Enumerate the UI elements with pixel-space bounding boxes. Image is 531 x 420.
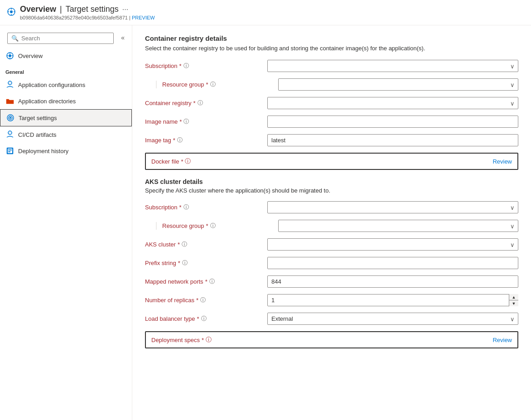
sidebar-general-section: General	[0, 64, 132, 77]
mapped-network-ports-info-icon[interactable]: ⓘ	[209, 278, 215, 285]
sidebar-item-app-configurations[interactable]: Application configurations	[0, 77, 132, 93]
image-tag-input[interactable]	[267, 134, 518, 146]
sidebar-app-configurations-label: Application configurations	[18, 82, 85, 88]
svg-point-7	[9, 54, 11, 57]
image-tag-label-text: Image tag	[145, 137, 171, 144]
aks-resource-group-row: Resource group * ⓘ ∨	[145, 220, 518, 232]
header-preview-link[interactable]: PREVIEW	[132, 15, 155, 20]
subscription-label: Subscription * ⓘ	[145, 62, 267, 70]
mapped-network-ports-label-text: Mapped network ports	[145, 278, 203, 285]
svg-point-12	[8, 81, 12, 85]
subscription-required: *	[179, 63, 182, 69]
container-registry-info-icon[interactable]: ⓘ	[198, 99, 203, 107]
aks-cluster-select-wrapper: ∨	[267, 238, 518, 251]
mapped-network-ports-input[interactable]	[267, 275, 518, 288]
aks-resource-group-label-text: Resource group	[162, 222, 204, 229]
deployment-specs-label: Deployment specs * ⓘ	[151, 336, 212, 344]
container-registry-row: Container registry * ⓘ ∨	[145, 97, 518, 109]
sidebar-item-target-settings[interactable]: Target settings	[0, 109, 132, 126]
image-name-input[interactable]	[267, 116, 518, 128]
container-registry-section: Container registry details Select the co…	[145, 34, 518, 170]
svg-rect-18	[8, 149, 12, 153]
image-tag-info-icon[interactable]: ⓘ	[177, 136, 183, 144]
spinner-up-button[interactable]: ▲	[509, 294, 518, 300]
aks-cluster-title: AKS cluster details	[145, 178, 518, 185]
subscription-info-icon[interactable]: ⓘ	[183, 62, 189, 70]
deployment-specs-required: *	[202, 337, 204, 343]
load-balancer-type-required: *	[197, 315, 199, 322]
number-spinners: ▲ ▼	[509, 294, 518, 306]
search-input[interactable]	[21, 35, 110, 42]
subscription-select[interactable]	[267, 60, 518, 72]
number-of-replicas-input[interactable]	[267, 294, 518, 306]
image-tag-required: *	[173, 137, 175, 144]
aks-cluster-label: AKS cluster * ⓘ	[145, 241, 267, 248]
prefix-string-label: Prefix string * ⓘ	[145, 259, 267, 267]
docker-file-review-link[interactable]: Review	[492, 158, 512, 165]
aks-resource-group-select-wrapper: ∨	[278, 220, 518, 232]
target-settings-icon	[6, 113, 15, 122]
number-of-replicas-label-text: Number of replicas	[145, 297, 194, 304]
spinner-down-button[interactable]: ▼	[509, 300, 518, 306]
number-of-replicas-info-icon[interactable]: ⓘ	[200, 296, 206, 304]
content-area: Container registry details Select the co…	[132, 25, 531, 420]
aks-subscription-required: *	[179, 204, 182, 211]
prefix-string-input[interactable]	[267, 257, 518, 269]
load-balancer-type-select[interactable]: External Internal	[267, 313, 518, 325]
svg-rect-20	[8, 151, 10, 152]
sidebar-item-app-directories[interactable]: Application directories	[0, 93, 132, 109]
overview-icon	[5, 51, 14, 60]
deployment-specs-label-text: Deployment specs	[151, 337, 200, 343]
aks-subscription-info-icon[interactable]: ⓘ	[183, 203, 189, 211]
aks-resource-group-required: *	[206, 222, 208, 229]
deployment-specs-review-link[interactable]: Review	[492, 337, 512, 343]
docker-file-box: Docker file * ⓘ Review	[145, 153, 518, 170]
aks-cluster-select[interactable]	[267, 238, 518, 251]
sidebar-item-overview[interactable]: Overview	[0, 48, 132, 64]
sidebar-item-cicd-artifacts[interactable]: CI/CD artifacts	[0, 126, 132, 143]
number-of-replicas-row: Number of replicas * ⓘ ▲ ▼	[145, 294, 518, 306]
image-tag-label: Image tag * ⓘ	[145, 136, 267, 144]
load-balancer-type-info-icon[interactable]: ⓘ	[201, 315, 207, 323]
header-title-block: Overview | Target settings ··· b09806da6…	[20, 5, 155, 20]
aks-subscription-row: Subscription * ⓘ ∨	[145, 201, 518, 213]
prefix-string-info-icon[interactable]: ⓘ	[182, 259, 188, 267]
subscription-select-wrapper: ∨	[267, 60, 518, 72]
container-registry-required: *	[193, 100, 196, 106]
container-registry-select[interactable]	[267, 97, 518, 109]
load-balancer-type-select-wrapper: External Internal ∨	[267, 313, 518, 325]
mapped-network-ports-label: Mapped network ports * ⓘ	[145, 278, 267, 285]
sidebar-collapse-button[interactable]: «	[117, 32, 128, 43]
docker-file-label: Docker file * ⓘ	[151, 157, 191, 165]
docker-file-required: *	[181, 158, 183, 165]
docker-file-info-icon[interactable]: ⓘ	[185, 157, 191, 165]
aks-resource-group-select[interactable]	[278, 220, 518, 232]
aks-resource-group-info-icon[interactable]: ⓘ	[210, 222, 216, 230]
image-name-info-icon[interactable]: ⓘ	[183, 118, 189, 126]
load-balancer-type-row: Load balancer type * ⓘ External Internal…	[145, 313, 518, 325]
aks-cluster-required: *	[178, 241, 180, 248]
aks-cluster-label-text: AKS cluster	[145, 241, 176, 248]
resource-group-info-icon[interactable]: ⓘ	[210, 81, 216, 88]
header-meta: b09806da640638a295278e040c9b6503afef5871…	[20, 15, 155, 20]
resource-group-select[interactable]	[278, 78, 518, 91]
number-of-replicas-wrapper: ▲ ▼	[267, 294, 518, 306]
header-page-title: Target settings	[66, 5, 119, 14]
svg-rect-19	[8, 150, 12, 150]
number-of-replicas-required: *	[196, 297, 198, 304]
aks-subscription-select[interactable]	[267, 201, 518, 213]
sidebar-item-deployment-history[interactable]: Deployment history	[0, 143, 132, 159]
container-registry-desc: Select the container registry to be used…	[145, 45, 518, 52]
sidebar-overview-label: Overview	[18, 53, 43, 59]
image-name-required: *	[179, 118, 182, 125]
sidebar: 🔍 « Overview General	[0, 25, 132, 420]
header: Overview | Target settings ··· b09806da6…	[0, 0, 531, 25]
header-more-options[interactable]: ···	[122, 5, 128, 14]
header-separator: |	[60, 5, 62, 14]
aks-cluster-info-icon[interactable]: ⓘ	[182, 241, 187, 248]
mapped-network-ports-row: Mapped network ports * ⓘ	[145, 275, 518, 288]
deployment-specs-info-icon[interactable]: ⓘ	[206, 336, 212, 344]
number-of-replicas-label: Number of replicas * ⓘ	[145, 296, 267, 304]
deployment-specs-box: Deployment specs * ⓘ Review	[145, 331, 518, 348]
aks-cluster-row: AKS cluster * ⓘ ∨	[145, 238, 518, 251]
